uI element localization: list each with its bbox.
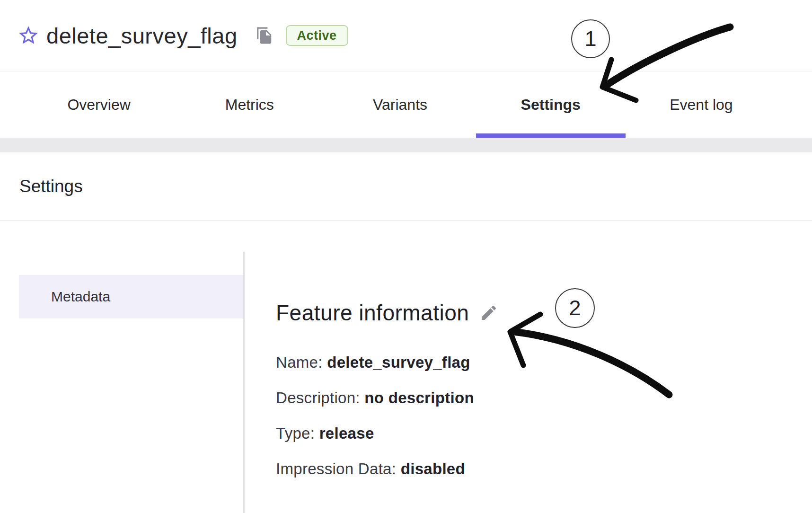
tab-metrics[interactable]: Metrics bbox=[174, 71, 325, 138]
sidebar-item-metadata[interactable]: Metadata bbox=[19, 275, 243, 318]
tab-overview[interactable]: Overview bbox=[24, 71, 174, 138]
tabbar-separator-band bbox=[0, 138, 812, 152]
sidebar-item-metadata-label: Metadata bbox=[51, 289, 110, 305]
annotation-step-2-circle: 2 bbox=[555, 288, 595, 328]
feature-information-title: Feature information bbox=[276, 300, 469, 326]
vertical-divider bbox=[243, 252, 245, 513]
field-name-label: Name: bbox=[276, 354, 323, 371]
page-header: delete_survey_flag Active bbox=[0, 0, 812, 71]
feature-information-panel: Feature information Name: delete_survey_… bbox=[276, 300, 607, 479]
field-description: Description: no description bbox=[276, 388, 607, 408]
annotation-step-1-number: 1 bbox=[584, 27, 596, 51]
field-type-label: Type: bbox=[276, 425, 315, 442]
tab-metrics-label: Metrics bbox=[225, 96, 274, 114]
field-impression-data: Impression Data: disabled bbox=[276, 459, 607, 479]
tab-bar: Overview Metrics Variants Settings Event… bbox=[24, 71, 777, 138]
feature-information-fields: Name: delete_survey_flag Description: no… bbox=[276, 353, 607, 479]
page-title: delete_survey_flag bbox=[46, 23, 238, 49]
field-type-value: release bbox=[319, 425, 374, 442]
favorite-star-icon[interactable] bbox=[17, 24, 40, 47]
file-copy-icon[interactable] bbox=[256, 27, 274, 44]
tab-event-log-label: Event log bbox=[670, 96, 733, 114]
section-heading-label: Settings bbox=[19, 177, 83, 196]
tab-variants-label: Variants bbox=[373, 96, 427, 114]
annotation-step-2-number: 2 bbox=[569, 296, 581, 320]
active-tab-indicator bbox=[476, 133, 626, 138]
field-description-label: Description: bbox=[276, 389, 360, 407]
feature-flag-settings-page: delete_survey_flag Active Overview Metri… bbox=[0, 0, 812, 513]
tab-event-log[interactable]: Event log bbox=[626, 71, 777, 138]
field-type: Type: release bbox=[276, 424, 607, 443]
field-description-value: no description bbox=[364, 389, 474, 407]
tab-variants[interactable]: Variants bbox=[325, 71, 475, 138]
tab-settings[interactable]: Settings bbox=[476, 71, 626, 138]
tab-overview-label: Overview bbox=[67, 96, 130, 114]
field-impression-data-value: disabled bbox=[401, 460, 465, 478]
field-impression-data-label: Impression Data: bbox=[276, 460, 396, 478]
status-badge: Active bbox=[286, 25, 348, 46]
annotation-step-1-circle: 1 bbox=[571, 19, 610, 58]
section-heading: Settings bbox=[0, 152, 812, 221]
pencil-icon[interactable] bbox=[479, 303, 498, 322]
field-name: Name: delete_survey_flag bbox=[276, 353, 607, 372]
field-name-value: delete_survey_flag bbox=[327, 354, 470, 371]
tab-settings-label: Settings bbox=[521, 96, 581, 114]
